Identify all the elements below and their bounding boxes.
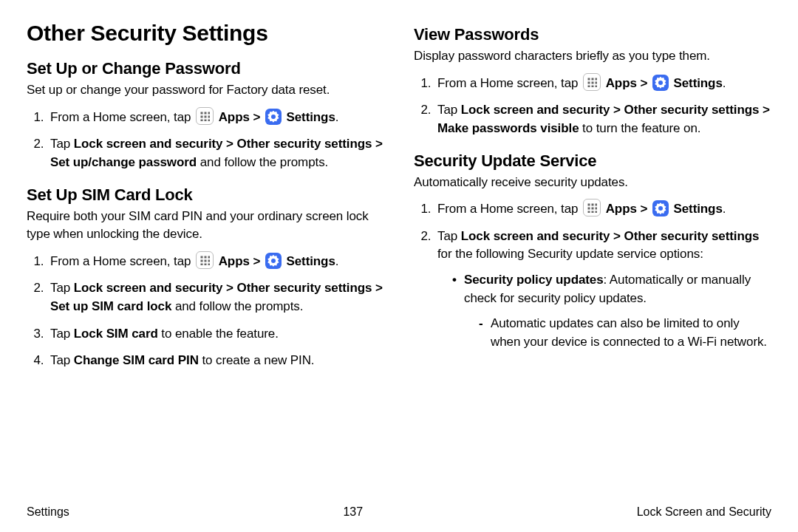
footer-left: Settings: [27, 505, 69, 519]
page-title: Other Security Settings: [27, 21, 384, 46]
settings-icon: [265, 109, 282, 125]
section-desc: Require both your SIM card PIN and your …: [27, 208, 384, 244]
section-desc: Set up or change your password for Facto…: [27, 81, 384, 100]
steps-list: From a Home screen, tap Apps > Settings.…: [414, 199, 771, 351]
settings-icon: [652, 75, 669, 91]
step-item: Tap Lock SIM card to enable the feature.: [47, 325, 384, 344]
step-item: Tap Change SIM card PIN to create a new …: [47, 352, 384, 370]
step-item: Tap Lock screen and security > Other sec…: [47, 135, 384, 171]
page-content: Other Security Settings Set Up or Change…: [0, 0, 798, 473]
bullet-list: Security policy updates: Automatically o…: [437, 271, 771, 352]
steps-list: From a Home screen, tap Apps > Settings.…: [414, 73, 771, 138]
step-item: Tap Lock screen and security > Other sec…: [434, 101, 771, 137]
step-item: Tap Lock screen and security > Other sec…: [434, 228, 771, 352]
steps-list: From a Home screen, tap Apps > Settings.…: [27, 251, 384, 370]
dash-item: Automatic updates can also be limited to…: [479, 315, 771, 351]
section-desc: Display password characters briefly as y…: [414, 47, 771, 66]
apps-icon: [583, 73, 601, 91]
section-heading-setup-password: Set Up or Change Password: [27, 59, 384, 78]
apps-icon: [583, 199, 601, 216]
apps-icon: [196, 107, 214, 125]
dash-list: Automatic updates can also be limited to…: [464, 315, 771, 351]
section-heading-sim-lock: Set Up SIM Card Lock: [27, 185, 384, 205]
right-column: View Passwords Display password characte…: [414, 21, 771, 473]
settings-icon: [265, 253, 282, 269]
footer-page-number: 137: [343, 505, 363, 519]
step-item: Tap Lock screen and security > Other sec…: [47, 279, 384, 316]
step-item: From a Home screen, tap Apps > Settings.: [434, 73, 771, 93]
left-column: Other Security Settings Set Up or Change…: [27, 21, 384, 473]
bullet-item: Security policy updates: Automatically o…: [452, 271, 771, 352]
page-footer: Settings 137 Lock Screen and Security: [27, 505, 771, 519]
section-heading-security-update: Security Update Service: [414, 151, 771, 171]
apps-icon: [196, 251, 214, 269]
section-heading-view-passwords: View Passwords: [414, 25, 771, 44]
step-item: From a Home screen, tap Apps > Settings.: [434, 199, 771, 219]
step-item: From a Home screen, tap Apps > Settings.: [47, 107, 384, 127]
step-item: From a Home screen, tap Apps > Settings.: [47, 251, 384, 271]
section-desc: Automatically receive security updates.: [414, 174, 771, 192]
settings-icon: [652, 200, 669, 216]
steps-list: From a Home screen, tap Apps > Settings.…: [27, 107, 384, 172]
footer-right: Lock Screen and Security: [637, 505, 771, 519]
